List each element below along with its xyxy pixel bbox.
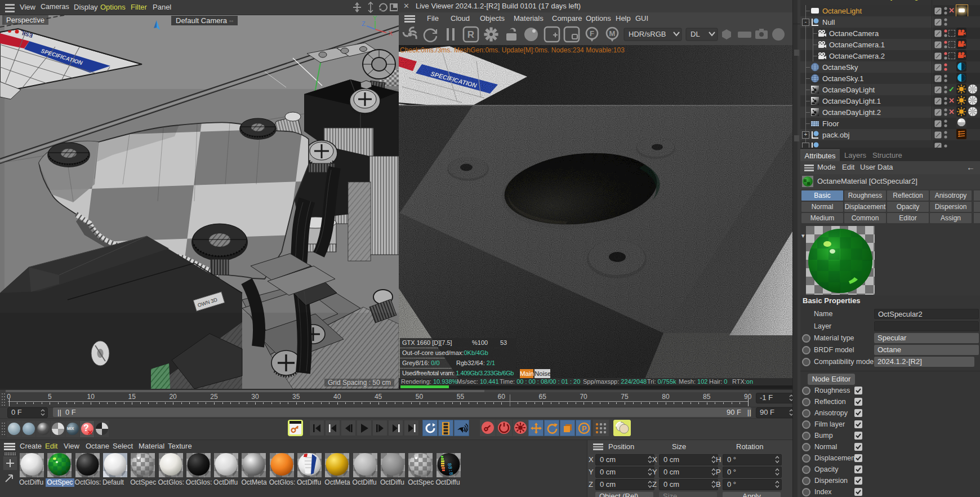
svg-text:R: R (467, 29, 474, 40)
svg-text:HDR/sRGB: HDR/sRGB (629, 30, 666, 38)
svg-text:M: M (609, 29, 616, 38)
svg-text:P: P (582, 424, 587, 433)
svg-text:Y: Y (373, 15, 377, 21)
svg-text:DL: DL (691, 30, 700, 38)
svg-text:X: X (389, 30, 393, 37)
svg-text:F: F (590, 29, 594, 38)
svg-text:Z: Z (362, 20, 366, 27)
